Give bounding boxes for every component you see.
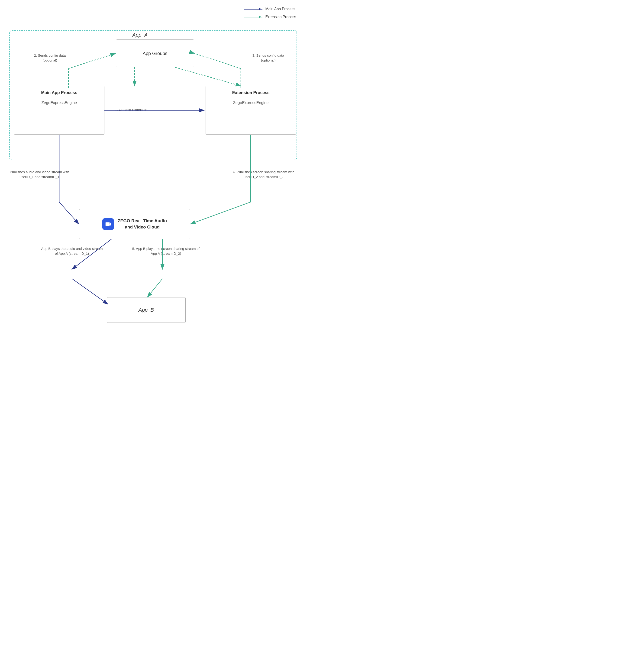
ext-process-box: Extension Process ZegoExpressEngine xyxy=(206,86,296,135)
legend-ext: Extension Process xyxy=(244,15,296,19)
ext-process-title: Extension Process xyxy=(206,86,296,97)
svg-line-12 xyxy=(59,202,79,224)
arrow-pub2-label: 4. Publishes screen sharing stream with … xyxy=(226,170,301,179)
arrow-1-label: 1. Creates Extension xyxy=(104,107,158,112)
app-b-box: App_B xyxy=(107,297,186,323)
app-groups-box: App Groups xyxy=(116,40,194,67)
svg-line-14 xyxy=(190,202,251,224)
ext-process-sub: ZegoExpressEngine xyxy=(206,97,296,108)
main-process-sub: ZegoExpressEngine xyxy=(14,97,104,108)
app-a-label: App_A xyxy=(132,32,148,38)
arrow-play2-label: 5. App B plays the screen sharing stream… xyxy=(130,246,202,256)
legend-main: Main App Process xyxy=(244,7,296,11)
diagram-container: Main App Process Extension Process App_A… xyxy=(0,0,310,336)
zego-icon xyxy=(102,218,114,230)
app-b-label: App_B xyxy=(139,307,154,313)
svg-line-18 xyxy=(147,279,162,297)
arrow-3-label: 3. Sends config data (optional) xyxy=(247,53,289,63)
zego-cloud-box: ZEGO Real–Time Audioand Video Cloud xyxy=(79,209,190,239)
legend: Main App Process Extension Process xyxy=(244,7,296,19)
main-line-icon xyxy=(244,9,262,9)
main-process-title: Main App Process xyxy=(14,86,104,97)
arrow-play1-label: App B plays the audio and video stream o… xyxy=(40,246,104,256)
app-groups-label: App Groups xyxy=(143,51,167,56)
zego-label: ZEGO Real–Time Audioand Video Cloud xyxy=(118,218,167,230)
svg-line-17 xyxy=(72,279,108,304)
main-process-box: Main App Process ZegoExpressEngine xyxy=(14,86,104,135)
ext-line-icon xyxy=(244,17,262,17)
arrow-2-label: 2. Sends config data (optional) xyxy=(30,53,69,63)
legend-ext-label: Extension Process xyxy=(265,15,296,19)
video-icon xyxy=(105,221,112,228)
legend-main-label: Main App Process xyxy=(265,7,295,11)
arrow-pub1-label: Publishes audio and video stream with us… xyxy=(7,170,72,179)
